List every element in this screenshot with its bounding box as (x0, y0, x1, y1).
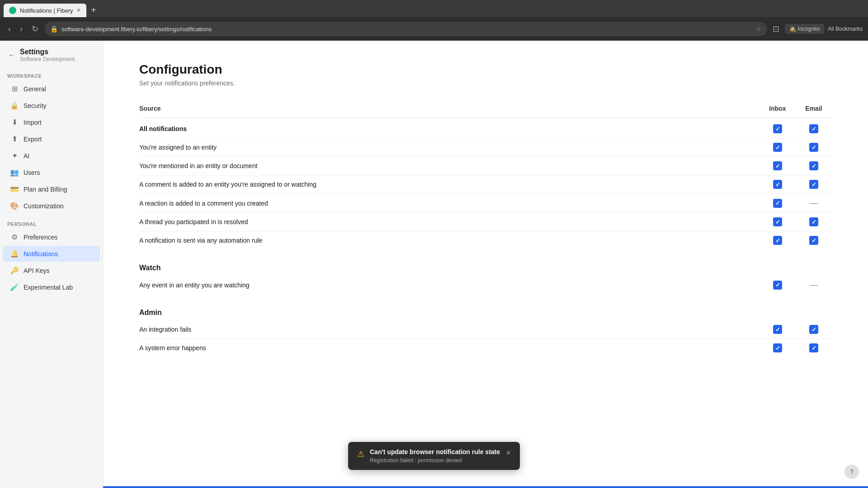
email-checkbox-dash[interactable]: — (796, 198, 832, 208)
inbox-checkbox[interactable] (760, 343, 796, 352)
sidebar-item-export[interactable]: ⬆ Export (3, 131, 100, 147)
sidebar-header: ← Settings Software Development (0, 41, 103, 66)
table-row: All notifications (139, 120, 832, 138)
general-icon: ⊞ (10, 84, 19, 93)
admin-section-title: Admin (139, 309, 832, 317)
back-button[interactable]: ← (7, 50, 16, 60)
checkbox-checked[interactable] (809, 161, 818, 170)
watch-section: Any event in an entity you are watching … (139, 276, 832, 294)
checkbox-checked[interactable] (809, 143, 818, 152)
warning-icon: ⚠ (357, 449, 364, 459)
email-checkbox[interactable] (796, 217, 832, 226)
inbox-checkbox-all[interactable] (760, 124, 796, 133)
email-checkbox[interactable] (796, 161, 832, 170)
api-keys-icon: 🔑 (10, 266, 19, 275)
row-label: A reaction is added to a comment you cre… (139, 200, 760, 207)
inbox-checkbox[interactable] (760, 180, 796, 189)
main-content: Configuration Set your notifications pre… (103, 41, 868, 488)
sidebar-item-label: Users (24, 169, 40, 176)
table-row: A notification is sent via any automatio… (139, 231, 832, 249)
cast-icon[interactable]: ⊡ (771, 22, 781, 36)
browser-tabs: Notifications | Fibery × + (0, 0, 868, 17)
inbox-checkbox[interactable] (760, 199, 796, 208)
billing-icon: 💳 (10, 185, 19, 193)
email-checkbox[interactable] (796, 325, 832, 334)
users-icon: 👥 (10, 168, 19, 177)
email-checkbox[interactable] (796, 180, 832, 189)
table-row: A thread you participated in is resolved (139, 213, 832, 231)
app: ← Settings Software Development WORKSPAC… (0, 41, 868, 488)
table-row: A comment is added to an entity you're a… (139, 175, 832, 194)
checkbox-checked[interactable] (773, 281, 782, 290)
table-header: Source Inbox Email (139, 105, 832, 118)
table-row: A reaction is added to a comment you cre… (139, 194, 832, 213)
checkbox-checked[interactable] (809, 343, 818, 352)
checkbox-checked[interactable] (773, 124, 782, 133)
dash: — (810, 198, 818, 208)
bookmarks-label: All Bookmarks (828, 26, 863, 32)
address-bar[interactable]: 🔒 software-development.fibery.io/fibery/… (45, 22, 767, 36)
row-label: A system error happens (139, 344, 760, 352)
row-label: You're mentioned in an entity or documen… (139, 162, 760, 169)
checkbox-checked[interactable] (773, 143, 782, 152)
help-button[interactable]: ? (844, 465, 859, 479)
sidebar-item-users[interactable]: 👥 Users (3, 164, 100, 180)
row-label: A comment is added to an entity you're a… (139, 181, 760, 188)
email-checkbox[interactable] (796, 143, 832, 152)
tab-close-button[interactable]: × (77, 6, 81, 14)
email-checkbox[interactable] (796, 343, 832, 352)
inbox-checkbox[interactable] (760, 143, 796, 152)
dash: — (810, 280, 818, 290)
lock-icon: 🔒 (50, 25, 58, 33)
inbox-checkbox[interactable] (760, 217, 796, 226)
col-email: Email (796, 105, 832, 112)
incognito-label: Incognito (798, 26, 820, 32)
sidebar-item-label: Export (24, 136, 42, 143)
checkbox-checked[interactable] (809, 217, 818, 226)
active-tab[interactable]: Notifications | Fibery × (4, 4, 86, 17)
incognito-button[interactable]: 🕵 Incognito (785, 24, 825, 34)
inbox-checkbox[interactable] (760, 325, 796, 334)
checkbox-checked[interactable] (773, 217, 782, 226)
sidebar-item-general[interactable]: ⊞ General (3, 81, 100, 97)
sidebar-item-label: General (24, 85, 46, 93)
sidebar-item-ai[interactable]: ✦ AI (3, 148, 100, 164)
checkbox-checked[interactable] (773, 343, 782, 352)
checkbox-checked[interactable] (773, 199, 782, 208)
row-label: An integration fails (139, 326, 760, 333)
checkbox-checked[interactable] (809, 325, 818, 334)
toolbar-right: ⊡ 🕵 Incognito All Bookmarks (771, 22, 863, 36)
checkbox-checked[interactable] (809, 180, 818, 189)
forward-button[interactable]: › (17, 23, 25, 36)
sidebar-item-experimental-lab[interactable]: 🧪 Experimental Lab (3, 279, 100, 295)
checkbox-checked[interactable] (809, 236, 818, 245)
checkbox-checked[interactable] (773, 236, 782, 245)
sidebar-item-label: API Keys (24, 267, 50, 274)
toast-close-button[interactable]: × (506, 448, 511, 458)
email-checkbox[interactable] (796, 236, 832, 245)
checkbox-checked[interactable] (773, 161, 782, 170)
sidebar-item-customization[interactable]: 🎨 Customization (3, 198, 100, 214)
reload-button[interactable]: ↻ (29, 22, 41, 36)
inbox-checkbox[interactable] (760, 281, 796, 290)
tab-title: Notifications | Fibery (20, 7, 73, 14)
inbox-checkbox[interactable] (760, 236, 796, 245)
email-checkbox-dash[interactable]: — (796, 280, 832, 290)
sidebar-item-import[interactable]: ⬇ Import (3, 114, 100, 130)
sidebar-item-security[interactable]: 🔒 Security (3, 98, 100, 113)
sidebar-item-plan-billing[interactable]: 💳 Plan and Billing (3, 181, 100, 197)
sidebar-item-api-keys[interactable]: 🔑 API Keys (3, 263, 100, 278)
table-row: A system error happens (139, 339, 832, 357)
sidebar-item-label: AI (24, 152, 29, 160)
back-button[interactable]: ‹ (5, 23, 14, 36)
checkbox-checked[interactable] (809, 124, 818, 133)
new-tab-button[interactable]: + (87, 5, 100, 15)
email-checkbox-all[interactable] (796, 124, 832, 133)
checkbox-checked[interactable] (773, 180, 782, 189)
checkbox-checked[interactable] (773, 325, 782, 334)
sidebar-item-notifications[interactable]: 🔔 Notifications (3, 246, 100, 262)
workspace-section-label: WORKSPACE (0, 66, 103, 80)
customization-icon: 🎨 (10, 202, 19, 210)
sidebar-item-preferences[interactable]: ⚙ Preferences (3, 229, 100, 245)
inbox-checkbox[interactable] (760, 161, 796, 170)
